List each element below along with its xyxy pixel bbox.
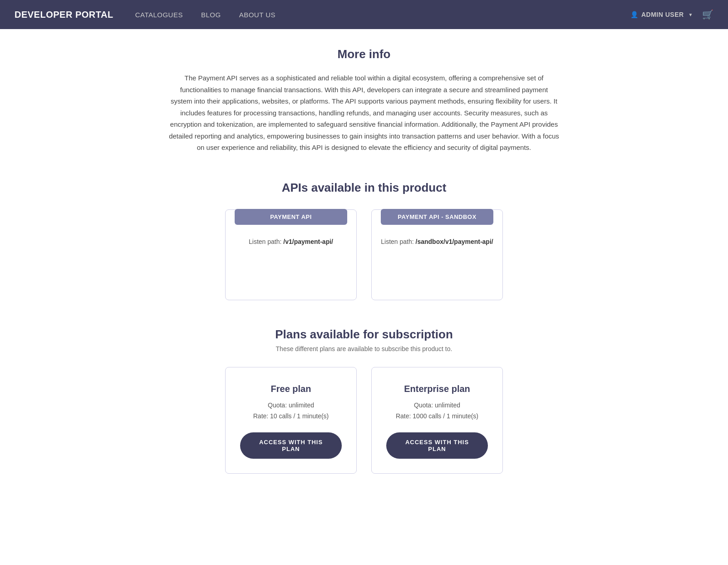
plan-access-button-enterprise[interactable]: ACCESS WITH THIS PLAN	[386, 432, 488, 459]
user-icon: 👤	[630, 11, 639, 18]
nav-brand: DEVELOPER PORTAL	[15, 10, 113, 20]
plan-card-enterprise: Enterprise plan Quota: unlimited Rate: 1…	[371, 367, 503, 474]
nav-link-about-us[interactable]: ABOUT US	[239, 11, 275, 19]
apis-section: APIs available in this product PAYMENT A…	[123, 181, 605, 300]
nav-link-catalogues[interactable]: CATALOGUES	[135, 11, 183, 19]
cart-icon[interactable]: 🛒	[702, 9, 713, 20]
plan-rate-free: Rate: 10 calls / 1 minute(s)	[253, 412, 329, 420]
more-info-body: The Payment API serves as a sophisticate…	[169, 72, 559, 154]
navbar: DEVELOPER PORTAL CATALOGUES BLOG ABOUT U…	[0, 0, 728, 29]
nav-user-label: ADMIN USER	[641, 11, 684, 18]
plan-card-free: Free plan Quota: unlimited Rate: 10 call…	[225, 367, 357, 474]
main-content: More info The Payment API serves as a so…	[114, 29, 614, 492]
more-info-title: More info	[123, 47, 605, 61]
api-cards-row: PAYMENT API Listen path: /v1/payment-api…	[123, 209, 605, 300]
api-listen-payment: Listen path: /v1/payment-api/	[241, 238, 340, 245]
api-badge-payment: PAYMENT API	[235, 209, 347, 225]
apis-section-title: APIs available in this product	[123, 181, 605, 195]
api-card-sandbox: PAYMENT API - SANDBOX Listen path: /sand…	[371, 209, 503, 300]
plan-rate-enterprise: Rate: 1000 calls / 1 minute(s)	[396, 412, 478, 420]
plans-section: Plans available for subscription These d…	[123, 327, 605, 474]
nav-right: 👤 ADMIN USER ▼ 🛒	[630, 9, 713, 20]
more-info-section: More info The Payment API serves as a so…	[123, 47, 605, 154]
plan-quota-enterprise: Quota: unlimited	[414, 401, 460, 409]
api-listen-path-1: /sandbox/v1/payment-api/	[416, 238, 493, 245]
api-listen-label-1: Listen path:	[381, 238, 415, 245]
plan-cards-row: Free plan Quota: unlimited Rate: 10 call…	[123, 367, 605, 474]
api-card-payment: PAYMENT API Listen path: /v1/payment-api…	[225, 209, 357, 300]
nav-links: CATALOGUES BLOG ABOUT US	[135, 11, 631, 19]
nav-link-blog[interactable]: BLOG	[201, 11, 221, 19]
plan-name-free: Free plan	[271, 384, 311, 394]
plan-access-button-free[interactable]: ACCESS WITH THIS PLAN	[240, 432, 342, 459]
plans-section-title: Plans available for subscription	[123, 327, 605, 342]
dropdown-arrow-icon: ▼	[689, 12, 693, 17]
api-listen-label-0: Listen path:	[249, 238, 283, 245]
plan-quota-free: Quota: unlimited	[268, 401, 314, 409]
api-badge-sandbox: PAYMENT API - SANDBOX	[381, 209, 493, 225]
nav-user[interactable]: 👤 ADMIN USER ▼	[630, 11, 693, 18]
plan-name-enterprise: Enterprise plan	[404, 384, 470, 394]
api-listen-path-0: /v1/payment-api/	[283, 238, 333, 245]
api-listen-sandbox: Listen path: /sandbox/v1/payment-api/	[374, 238, 500, 245]
plans-subtitle: These different plans are available to s…	[123, 345, 605, 352]
